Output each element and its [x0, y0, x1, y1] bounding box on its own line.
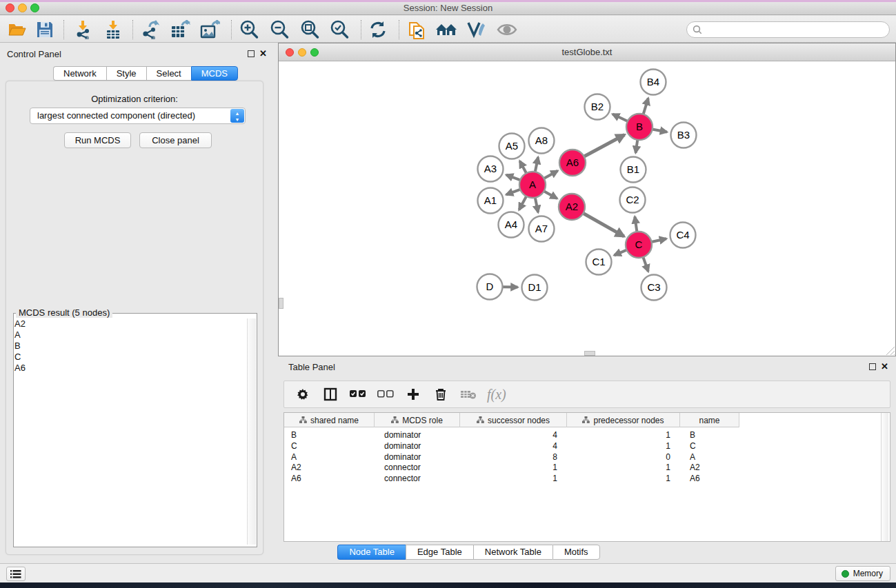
cell-shared-name[interactable]: C [284, 440, 375, 452]
search-field[interactable] [686, 21, 890, 38]
birds-eye-view-icon[interactable] [495, 19, 519, 41]
tab-select[interactable]: Select [146, 66, 191, 81]
tab-motifs[interactable]: Motifs [552, 545, 600, 560]
result-item[interactable]: A [14, 330, 242, 341]
hierarchy-icon [582, 414, 590, 427]
toolbar-separator [231, 20, 232, 39]
export-network-icon[interactable] [139, 19, 162, 41]
add-column-icon[interactable] [404, 385, 422, 403]
run-mcds-button[interactable]: Run MCDS [64, 132, 131, 148]
task-history-button[interactable] [6, 567, 26, 581]
show-column-icon[interactable] [321, 385, 339, 403]
export-table-icon[interactable] [168, 19, 192, 41]
column-header-name[interactable]: name [680, 413, 739, 427]
app-titlebar: Session: New Session [0, 0, 896, 15]
float-panel-icon[interactable] [248, 50, 255, 57]
list-icon [10, 569, 21, 579]
import-network-icon[interactable] [71, 19, 94, 41]
table-row[interactable]: Bdominator41B [284, 429, 739, 440]
table-row[interactable]: Cdominator41C [284, 440, 739, 452]
function-builder-icon[interactable]: f(x) [487, 387, 506, 403]
table-row[interactable]: A6connector11A6 [284, 473, 739, 484]
table-row[interactable]: A2connector11A2 [284, 462, 739, 473]
cell-successor-nodes[interactable]: 1 [460, 473, 567, 484]
tab-edge-table[interactable]: Edge Table [406, 545, 473, 560]
column-header-MCDS-role[interactable]: MCDS role [375, 413, 460, 427]
node-table[interactable]: shared nameMCDS rolesuccessor nodesprede… [283, 412, 890, 542]
zoom-out-icon[interactable] [268, 19, 291, 41]
node-label-A5: A5 [506, 140, 518, 152]
hide-graphics-details-icon[interactable] [464, 19, 488, 41]
save-session-icon[interactable] [33, 19, 57, 41]
cell-name[interactable]: C [680, 440, 739, 452]
result-item[interactable]: A2 [14, 318, 242, 330]
cell-MCDS-role[interactable]: dominator [375, 440, 460, 452]
table-scrollbar[interactable] [881, 413, 888, 541]
zoom-in-icon[interactable] [237, 19, 261, 41]
import-table-icon[interactable] [101, 19, 125, 41]
result-item[interactable]: B [14, 341, 242, 352]
node-label-D: D [486, 281, 494, 292]
tab-network-table[interactable]: Network Table [473, 545, 552, 560]
table-float-panel-icon[interactable] [869, 363, 876, 370]
home-icon[interactable] [435, 19, 458, 41]
tab-node-table[interactable]: Node Table [337, 545, 406, 560]
cell-name[interactable]: A2 [680, 462, 739, 473]
result-item[interactable]: A6 [14, 363, 242, 374]
cell-successor-nodes[interactable]: 4 [460, 440, 567, 452]
close-panel-icon[interactable]: ✕ [259, 48, 267, 59]
control-panel-title: Control Panel [7, 49, 61, 59]
memory-button[interactable]: Memory [835, 566, 890, 581]
cell-name[interactable]: A6 [680, 473, 739, 484]
cell-successor-nodes[interactable]: 1 [460, 462, 567, 473]
duplicate-network-icon[interactable] [406, 19, 429, 41]
tab-style[interactable]: Style [106, 66, 146, 81]
search-input[interactable] [706, 25, 889, 34]
table-close-panel-icon[interactable]: ✕ [881, 361, 888, 372]
network-window-titlebar[interactable]: testGlobe.txt [279, 43, 895, 61]
cell-predecessor-nodes[interactable]: 1 [567, 429, 680, 440]
cell-predecessor-nodes[interactable]: 0 [567, 452, 680, 463]
cell-MCDS-role[interactable]: connector [375, 473, 460, 484]
cell-MCDS-role[interactable]: dominator [375, 452, 460, 463]
canvas-hscroll-nub[interactable] [584, 351, 595, 356]
cell-name[interactable]: B [680, 429, 739, 440]
table-row[interactable]: Adominator80A [284, 452, 739, 463]
zoom-selected-icon[interactable] [328, 19, 351, 41]
delete-column-icon[interactable] [432, 385, 450, 403]
tab-network[interactable]: Network [53, 66, 106, 81]
result-scrollbar[interactable] [247, 318, 256, 545]
network-graph[interactable]: B4B2BB3A8A5A6A3B1AC2A1A2A4A7C4CC1C3DD1 [279, 61, 895, 356]
cell-predecessor-nodes[interactable]: 1 [567, 440, 680, 452]
cell-shared-name[interactable]: B [284, 429, 375, 440]
cell-predecessor-nodes[interactable]: 1 [567, 473, 680, 484]
zoom-fit-icon[interactable] [298, 19, 321, 41]
cell-shared-name[interactable]: A6 [284, 473, 375, 484]
cell-predecessor-nodes[interactable]: 1 [567, 462, 680, 473]
cell-shared-name[interactable]: A [284, 452, 375, 463]
column-header-shared-name[interactable]: shared name [284, 413, 375, 427]
deselect-all-icon[interactable] [377, 385, 395, 403]
cell-shared-name[interactable]: A2 [284, 462, 375, 473]
result-item[interactable]: C [14, 352, 242, 363]
cell-name[interactable]: A [680, 452, 739, 463]
delete-table-icon[interactable] [459, 385, 477, 403]
mcds-result-list[interactable]: A2ABCA6 [14, 318, 242, 374]
refresh-icon[interactable] [366, 19, 390, 41]
cell-MCDS-role[interactable]: dominator [375, 429, 460, 440]
cell-MCDS-role[interactable]: connector [375, 462, 460, 473]
gear-icon[interactable] [294, 385, 312, 403]
network-canvas[interactable]: B4B2BB3A8A5A6A3B1AC2A1A2A4A7C4CC1C3DD1 [279, 61, 895, 356]
canvas-vscroll-nub[interactable] [279, 298, 283, 309]
select-all-icon[interactable] [349, 385, 367, 403]
column-header-predecessor-nodes[interactable]: predecessor nodes [567, 413, 680, 427]
cell-successor-nodes[interactable]: 4 [460, 429, 567, 440]
cell-successor-nodes[interactable]: 8 [460, 452, 567, 463]
criterion-select[interactable]: largest connected component (directed) ▲… [30, 108, 246, 124]
tab-mcds[interactable]: MCDS [191, 66, 238, 81]
close-panel-button[interactable]: Close panel [139, 132, 212, 148]
column-header-successor-nodes[interactable]: successor nodes [460, 413, 567, 427]
node-label-A4: A4 [505, 219, 517, 230]
export-image-icon[interactable] [198, 19, 221, 41]
open-file-icon[interactable] [6, 19, 29, 41]
